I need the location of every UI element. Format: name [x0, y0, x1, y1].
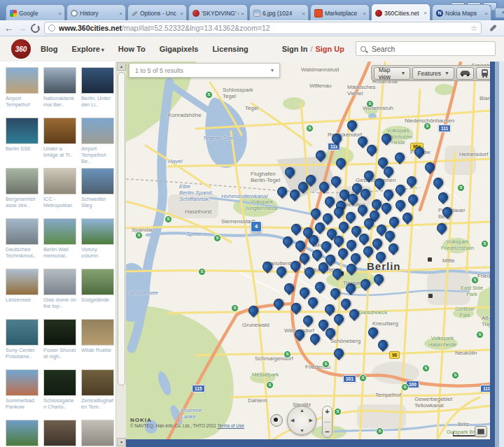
- url-text[interactable]: www.360cities.net/map#lat=52.52332&lng=1…: [59, 24, 467, 32]
- terms-of-use-link[interactable]: Terms of Use: [218, 423, 244, 428]
- thumbnail-item[interactable]: Wilde Ruebe: [81, 319, 114, 369]
- results-bar[interactable]: 1 to 5 of 5 results ▾: [129, 63, 280, 78]
- tab--skydiving-c[interactable]: 'SKYDIVING' c×: [188, 4, 248, 20]
- tab-360cities-net[interactable]: 360Cities.net×: [371, 3, 430, 20]
- thumbnail-item[interactable]: Sommerbad Pankow: [6, 369, 38, 420]
- sidebar-scrollbar[interactable]: ▲ ▼: [115, 62, 126, 447]
- panorama-thumbnail-image[interactable]: [43, 269, 76, 295]
- panorama-thumbnail-image[interactable]: [6, 218, 38, 245]
- thumbnail-item[interactable]: Power Shovel at nigh..: [43, 319, 76, 369]
- thumbnail-item[interactable]: Südgelände: [81, 269, 114, 319]
- forward-button[interactable]: →: [18, 24, 27, 33]
- tab-marketplace[interactable]: Marketplace×: [310, 4, 370, 20]
- pan-left-arrow[interactable]: ◀: [290, 418, 294, 423]
- panorama-thumbnail-image[interactable]: [81, 269, 114, 295]
- panorama-thumbnail-image[interactable]: [43, 420, 76, 446]
- pan-right-arrow[interactable]: ▶: [309, 418, 313, 423]
- tab-close-icon[interactable]: ×: [241, 10, 244, 17]
- traffic-toggle-button[interactable]: [456, 67, 474, 80]
- thumbnail-item[interactable]: Nationaldenkmal Ber..: [43, 67, 76, 118]
- zoom-in-button[interactable]: +: [325, 408, 329, 416]
- thumbnail-item[interactable]: Schlossgarten Charlo..: [43, 369, 76, 420]
- pan-control[interactable]: ▲ ▼ ◀ ▶: [287, 406, 316, 435]
- panorama-thumbnail-image[interactable]: [43, 67, 76, 94]
- scroll-down-button[interactable]: ▼: [117, 438, 126, 446]
- thumbnail-item[interactable]: Berlin SSE: [6, 118, 38, 168]
- panorama-thumbnail-image[interactable]: [81, 369, 114, 396]
- back-button[interactable]: ←: [4, 24, 13, 33]
- panorama-thumbnail-image[interactable]: [6, 319, 38, 346]
- tab-6-jpg-1024[interactable]: 6.jpg (1024×: [249, 4, 309, 20]
- thumbnail-item[interactable]: Berlin. Unter den Li..: [81, 67, 114, 118]
- panorama-thumbnail-image[interactable]: [6, 67, 38, 94]
- panorama-thumbnail-image[interactable]: [81, 118, 114, 144]
- scroll-up-button[interactable]: ▲: [117, 62, 126, 71]
- nav-item-explore[interactable]: Explore▾: [71, 45, 104, 53]
- page-security-icon[interactable]: [48, 24, 55, 31]
- thumbnail-item[interactable]: Airport Tempelhof: [6, 67, 38, 118]
- map-view-dropdown[interactable]: Map view ▼: [374, 67, 410, 80]
- panorama-thumbnail-image[interactable]: [81, 218, 114, 245]
- sign-in-link[interactable]: Sign In: [282, 45, 308, 53]
- thumbnail-item[interactable]: Deutsches Technikmus..: [6, 218, 38, 269]
- panorama-thumbnail-image[interactable]: [43, 168, 76, 194]
- panorama-thumbnail-image[interactable]: [43, 118, 76, 144]
- tab-nokia-maps[interactable]: Nokia Maps×: [432, 4, 491, 20]
- tab-close-icon[interactable]: ×: [363, 10, 366, 17]
- panorama-thumbnail-image[interactable]: [43, 218, 76, 245]
- new-tab-button[interactable]: +: [495, 8, 504, 18]
- chevron-down-icon[interactable]: ▾: [271, 67, 274, 73]
- pan-up-arrow[interactable]: ▲: [300, 408, 304, 413]
- panorama-thumbnail-image[interactable]: [43, 319, 76, 346]
- panorama-thumbnail-image[interactable]: [43, 369, 76, 396]
- panorama-thumbnail-image[interactable]: [6, 269, 38, 295]
- thumbnail-item[interactable]: Airport Tempelhof-Be..: [81, 118, 114, 168]
- pin-cluster-badge[interactable]: 4: [251, 221, 262, 232]
- thumbnail-item[interactable]: Zentralflughafen Tem..: [81, 369, 114, 420]
- thumbnail-item[interactable]: [81, 420, 114, 447]
- browser-menu-button[interactable]: [486, 22, 500, 34]
- panorama-thumbnail-image[interactable]: [6, 420, 38, 446]
- panorama-thumbnail-image[interactable]: [6, 118, 38, 144]
- panorama-thumbnail-image[interactable]: [81, 67, 114, 94]
- sign-up-link[interactable]: Sign Up: [315, 45, 344, 53]
- tab-history[interactable]: History×: [66, 4, 126, 20]
- thumbnail-item[interactable]: Glas dome on the top..: [43, 269, 76, 319]
- tab-close-icon[interactable]: ×: [302, 10, 305, 17]
- tab-close-icon[interactable]: ×: [484, 10, 488, 17]
- tab-close-icon[interactable]: ×: [424, 10, 427, 16]
- tab-google[interactable]: Google×: [6, 4, 65, 20]
- nav-item-licensing[interactable]: Licensing: [212, 45, 248, 53]
- site-logo[interactable]: 360: [11, 39, 31, 59]
- thumbnail-item[interactable]: Bergmannstrasse stre..: [6, 168, 38, 218]
- thumbnail-item[interactable]: Victory column: [81, 218, 114, 269]
- tab-close-icon[interactable]: ×: [180, 10, 183, 17]
- pan-down-arrow[interactable]: ▼: [300, 428, 304, 433]
- panorama-thumbnail-image[interactable]: [6, 369, 38, 396]
- tab-close-icon[interactable]: ×: [58, 10, 62, 17]
- nav-item-gigapixels[interactable]: Gigapixels: [160, 45, 199, 53]
- zoom-out-button[interactable]: −: [325, 428, 329, 436]
- thumbnail-item[interactable]: Under a bridge at Tr..: [43, 118, 76, 168]
- search-input[interactable]: [370, 44, 491, 54]
- thumbnail-item[interactable]: Lietzensee: [6, 269, 38, 319]
- map-canvas[interactable]: 1 to 5 of 5 results ▾ Map view ▼ Feature…: [126, 62, 490, 439]
- thumbnail-item[interactable]: Schwedter Steg: [81, 168, 114, 218]
- nav-item-how-to[interactable]: How To: [118, 45, 146, 53]
- panorama-thumbnail-image[interactable]: [81, 420, 114, 446]
- bookmark-star-icon[interactable]: ☆: [470, 24, 477, 33]
- features-dropdown[interactable]: Features ▼: [412, 67, 454, 80]
- panorama-thumbnail-image[interactable]: [81, 319, 114, 346]
- reload-button[interactable]: [29, 22, 41, 34]
- address-bar[interactable]: www.360cities.net/map#lat=52.52332&lng=1…: [44, 22, 482, 34]
- tab-options-unc[interactable]: Options - Unc×: [127, 4, 187, 20]
- nav-item-blog[interactable]: Blog: [41, 45, 57, 53]
- scrollbar-thumb[interactable]: [118, 72, 125, 385]
- thumbnail-item[interactable]: ICC - Metropolitan: [43, 168, 76, 218]
- panorama-thumbnail-image[interactable]: [81, 168, 114, 194]
- site-search-box[interactable]: [356, 41, 496, 56]
- fullscreen-button[interactable]: [475, 426, 487, 437]
- thumbnail-item[interactable]: Berlin Wall memorial..: [43, 218, 76, 269]
- panorama-thumbnail-image[interactable]: [6, 168, 38, 194]
- thumbnail-item[interactable]: Sony Center Potsdame..: [6, 319, 38, 369]
